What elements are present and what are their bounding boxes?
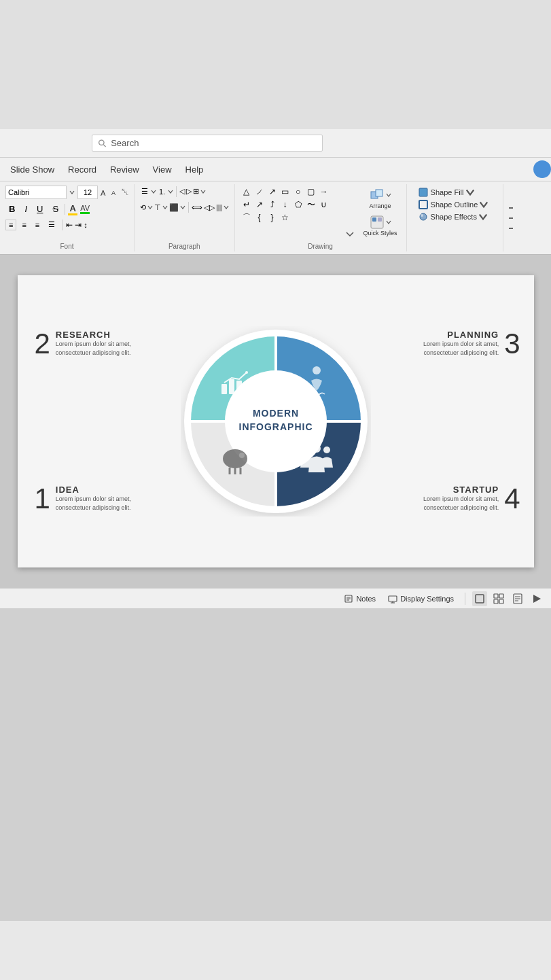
shape-format-panel: Shape Fill Shape Outline Shape Effects [412,186,498,224]
shape-arc[interactable]: ⌒ [241,211,253,224]
col-layout-btn[interactable]: ⊞ [193,187,199,196]
shape-outline-chevron [479,200,488,209]
highlight-btn[interactable]: AV [80,204,90,214]
numbered-list-btn[interactable]: 1. [158,186,166,197]
notes-btn[interactable]: Notes [340,593,380,605]
font-color-btn[interactable]: A [68,203,77,215]
shape-brace-l[interactable]: { [253,211,266,224]
shape-fill-btn[interactable]: Shape Fill [416,187,494,198]
arrange-btn[interactable]: Arrange [360,186,401,211]
shape-bent-line[interactable]: ↗ [266,186,279,198]
shape-brace-r[interactable]: } [266,211,279,224]
font-size-input[interactable] [77,186,98,199]
quick-styles-btn[interactable]: Quick Styles [360,213,401,239]
svg-rect-44 [499,599,503,603]
bullet-list-btn[interactable]: ☰ [140,186,149,197]
section-3-desc: Lorem ipsum dolor sit amet, consectetuer… [417,340,499,357]
shape-arrow-u[interactable]: ⤴ [266,198,279,211]
normal-view-btn[interactable] [472,591,487,606]
search-bar[interactable] [92,135,323,152]
search-input[interactable] [111,138,317,148]
shape-wave[interactable]: 〜 [305,198,317,211]
drawing-group-label: Drawing [308,241,333,250]
shape-rect[interactable]: ▭ [279,186,291,198]
shape-line[interactable]: ⟋ [253,186,266,198]
vert-chevron[interactable] [162,205,168,210]
font-size-up-icon[interactable]: A [100,188,109,197]
menu-bar: Slide Show Record Review View Help [0,158,551,181]
shape-arrow-forward[interactable]: ↗ [253,198,266,211]
shape-pentagon[interactable]: ⬠ [292,198,304,211]
menu-record[interactable]: Record [61,162,103,177]
shape-arrow-back[interactable]: ↵ [241,198,253,211]
notes-icon [344,594,353,603]
increase-indent-btn[interactable]: ▷ [186,187,192,196]
text-direction-btn[interactable]: ⟲ [140,203,146,212]
menu-help[interactable]: Help [179,162,211,177]
text-align-vert-btn[interactable]: ⊤ [154,203,161,212]
indent-increase-btn[interactable]: ⇥ [75,220,82,230]
shape-star[interactable]: ☆ [279,211,291,224]
section-4-label: STARTUP Lorem ipsum dolor sit amet, cons… [417,485,520,513]
display-settings-btn[interactable]: Display Settings [384,593,458,605]
slideshow-btn[interactable] [529,591,544,606]
shape-curve[interactable]: ∪ [318,198,330,211]
menu-review[interactable]: Review [103,162,146,177]
svg-point-31 [303,447,310,453]
svg-text:INFOGRAPHIC: INFOGRAPHIC [238,421,313,432]
font-name-input[interactable] [5,186,67,199]
shape-oval[interactable]: ○ [292,186,304,198]
more-btn-para[interactable] [180,205,185,210]
svg-point-12 [421,214,423,217]
svg-point-11 [420,213,427,220]
strikethrough-btn[interactable]: S [49,203,62,215]
justify-btn[interactable]: ☰ [45,219,58,230]
text-dir-chevron[interactable] [147,205,153,210]
reading-view-btn[interactable] [510,591,525,606]
align-right-btn[interactable]: ≡ [32,220,43,230]
decrease-indent-btn[interactable]: ◁ [179,187,185,196]
underline-btn[interactable]: U [33,203,46,215]
para-spacing-btn[interactable]: ⟺ [192,203,202,212]
slide-canvas[interactable]: 2 RESEARCH Lorem ipsum dolor sit amet, c… [18,275,534,567]
clear-format-btn[interactable]: ␀ [122,187,128,198]
shape-arrow-d[interactable]: ↓ [279,198,291,211]
arrange-chevron [386,192,391,198]
slide-sorter-btn[interactable] [491,591,506,606]
svg-rect-20 [229,379,234,394]
numbered-chevron[interactable] [168,189,173,194]
section-2-label: 2 RESEARCH Lorem ipsum dolor sit amet, c… [35,330,137,358]
ribbon-overflow[interactable] [503,184,518,251]
svg-marker-49 [533,595,541,603]
align-left-btn[interactable]: ≡ [5,220,16,230]
col-count-btn[interactable]: ||| [216,203,222,211]
bullet-chevron[interactable] [151,189,156,194]
shape-round-rect[interactable]: ▢ [305,186,317,198]
normal-view-icon [474,593,485,604]
para-align-btn[interactable]: ◁▷ [204,203,215,212]
col-count-chevron[interactable] [224,205,229,210]
line-spacing-btn[interactable]: ↕ [84,221,88,229]
svg-rect-37 [389,596,397,601]
bold-btn[interactable]: B [5,203,18,215]
shape-triangle[interactable]: △ [241,186,253,198]
section-2-content: RESEARCH Lorem ipsum dolor sit amet, con… [56,330,137,357]
svg-point-30 [313,444,321,453]
smartart-btn[interactable]: ⬛ [169,203,179,212]
col-chevron[interactable] [200,189,206,194]
menu-slide-show[interactable]: Slide Show [3,162,61,177]
menu-view[interactable]: View [146,162,179,177]
indent-decrease-btn[interactable]: ⇤ [66,220,73,230]
shape-effects-btn[interactable]: Shape Effects [416,211,494,222]
italic-btn[interactable]: I [21,203,31,215]
shape-arrow-r[interactable]: → [318,186,330,198]
shape-outline-btn[interactable]: Shape Outline [416,199,494,210]
font-size-down-icon[interactable]: A [111,188,120,197]
align-center-btn[interactable]: ≡ [18,220,29,230]
ribbon-group-drawing: △ ⟋ ↗ ▭ ○ ▢ → ↵ ↗ ⤴ ↓ ⬠ 〜 ∪ ⌒ { } ☆ [235,184,407,251]
svg-rect-9 [419,188,427,196]
profile-avatar[interactable] [533,160,551,178]
shapes-expand-btn[interactable] [345,229,355,239]
ribbon-group-font: A A ␀ B I U S A AV ≡ [0,184,135,251]
section-3-content: PLANNING Lorem ipsum dolor sit amet, con… [417,330,499,357]
